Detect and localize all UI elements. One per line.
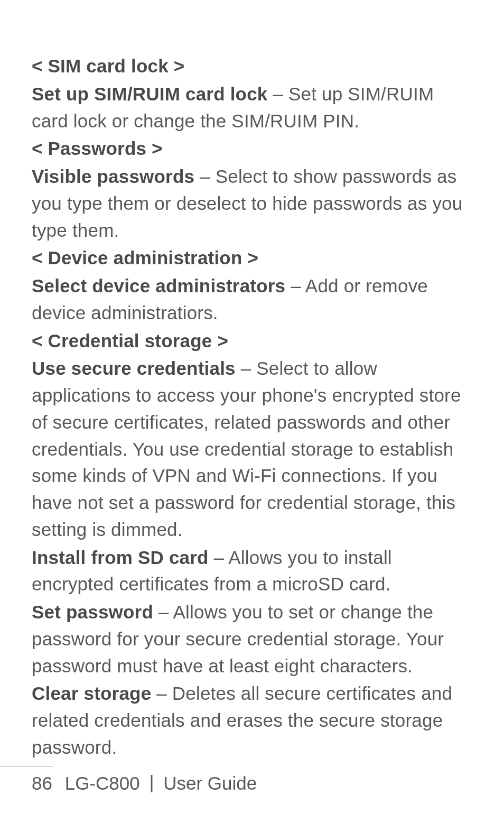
guide-label: User Guide [163, 773, 257, 793]
desc-use-secure: – Select to allow applications to access… [32, 358, 461, 540]
label-clear-storage: Clear storage [32, 683, 151, 704]
page-content: < SIM card lock > Set up SIM/RUIM card l… [0, 0, 504, 761]
model-name: LG-C800 [65, 773, 145, 793]
footer-text: 86 LG-C800 | User Guide [0, 773, 504, 794]
label-device-admin: Select device administrators [32, 275, 285, 296]
section-heading-device-admin: < Device administration > [32, 245, 472, 272]
item-install-sd: Install from SD card – Allows you to ins… [32, 544, 472, 598]
body-text: < SIM card lock > Set up SIM/RUIM card l… [32, 53, 472, 761]
label-set-password: Set password [32, 602, 153, 622]
item-clear-storage: Clear storage – Deletes all secure certi… [32, 680, 472, 761]
page-number: 86 [32, 773, 52, 794]
item-device-admin: Select device administrators – Add or re… [32, 273, 472, 327]
item-use-secure: Use secure credentials – Select to allow… [32, 355, 472, 543]
heading-device-admin: < Device administration > [32, 247, 258, 268]
page-footer: 86 LG-C800 | User Guide [0, 766, 504, 794]
section-heading-passwords: < Passwords > [32, 135, 472, 162]
section-heading-credential: < Credential storage > [32, 328, 472, 355]
label-use-secure: Use secure credentials [32, 358, 236, 378]
item-set-password: Set password – Allows you to set or chan… [32, 599, 472, 679]
label-sim-lock: Set up SIM/RUIM card lock [32, 84, 267, 104]
heading-sim-lock: < SIM card lock > [32, 56, 184, 76]
label-visible-passwords: Visible passwords [32, 166, 194, 187]
item-sim-lock: Set up SIM/RUIM card lock – Set up SIM/R… [32, 81, 472, 135]
heading-credential: < Credential storage > [32, 330, 228, 351]
section-heading-sim: < SIM card lock > [32, 53, 472, 80]
footer-separator: | [149, 772, 154, 792]
heading-passwords: < Passwords > [32, 138, 163, 159]
footer-divider [0, 766, 53, 766]
item-visible-passwords: Visible passwords – Select to show passw… [32, 163, 472, 244]
label-install-sd: Install from SD card [32, 547, 209, 568]
